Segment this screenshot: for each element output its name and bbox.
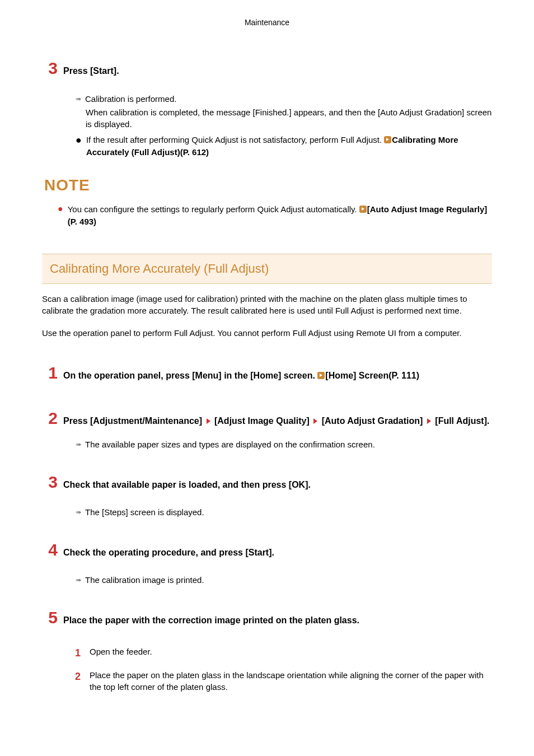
triangle-icon xyxy=(207,418,210,424)
step-number: 5 xyxy=(42,605,58,630)
seg-0: Press [Adjustment/Maintenance] xyxy=(63,416,202,426)
crossref-link[interactable]: [Home] Screen(P. 111) xyxy=(325,371,419,380)
substep-2: 2 Place the paper on the platen glass in… xyxy=(73,669,492,694)
seg-1: [Adjust Image Quality] xyxy=(214,416,310,426)
step-result: ➠ The available paper sizes and types ar… xyxy=(76,438,492,451)
seg-3: [Full Adjust]. xyxy=(435,416,489,426)
result-text: The available paper sizes and types are … xyxy=(85,438,375,451)
step-5: 5 Place the paper with the correction im… xyxy=(42,605,492,693)
section-para-2: Use the operation panel to perform Full … xyxy=(42,327,492,339)
seg-2: [Auto Adjust Gradation] xyxy=(322,416,423,426)
step-title: Press [Adjustment/Maintenance] [Adjust I… xyxy=(63,414,489,427)
result-arrow-icon: ➠ xyxy=(76,575,82,586)
substep-text: Open the feeder. xyxy=(90,646,152,658)
note-bullet: ● You can configure the settings to regu… xyxy=(58,203,492,228)
bullet-text: If the result after performing Quick Adj… xyxy=(86,135,384,144)
triangle-icon xyxy=(427,418,431,424)
note-title: NOTE xyxy=(44,174,492,197)
substep-number: 1 xyxy=(73,646,81,660)
step-title: Check that available paper is loaded, an… xyxy=(63,478,311,491)
crossref-icon xyxy=(317,372,325,379)
step-title: On the operation panel, press [Menu] in … xyxy=(63,369,419,382)
result-arrow-icon: ➠ xyxy=(76,94,82,105)
crossref-icon xyxy=(384,136,391,143)
substep-text: Place the paper on the platen glass in t… xyxy=(90,669,492,694)
note-text: You can configure the settings to regula… xyxy=(68,204,359,214)
result-arrow-icon: ➠ xyxy=(76,507,82,518)
step-result: ➠ The [Steps] screen is displayed. xyxy=(76,506,492,519)
step-3-press-start: 3 Press [Start]. ➠ Calibration is perfor… xyxy=(42,56,492,158)
step-4: 4 Check the operating procedure, and pre… xyxy=(42,538,492,586)
bullet-dot-icon: ● xyxy=(58,203,63,228)
note-content: You can configure the settings to regula… xyxy=(68,203,492,228)
step-3: 3 Check that available paper is loaded, … xyxy=(42,470,492,519)
substep-list: 1 Open the feeder. 2 Place the paper on … xyxy=(73,646,492,694)
substep-1: 1 Open the feeder. xyxy=(73,646,492,660)
step-number: 3 xyxy=(42,56,58,81)
section-heading-wrap: Calibrating More Accurately (Full Adjust… xyxy=(42,254,492,284)
step-2: 2 Press [Adjustment/Maintenance] [Adjust… xyxy=(42,406,492,450)
step-result: ➠ Calibration is performed. xyxy=(76,93,492,105)
result-text: The [Steps] screen is displayed. xyxy=(85,506,204,519)
section-heading: Calibrating More Accurately (Full Adjust… xyxy=(42,254,492,284)
crossref-icon xyxy=(359,206,367,213)
note-block: NOTE ● You can configure the settings to… xyxy=(42,174,492,228)
result-text: Calibration is performed. xyxy=(85,93,176,105)
step-1: 1 On the operation panel, press [Menu] i… xyxy=(42,361,492,385)
step-title: Check the operating procedure, and press… xyxy=(63,546,274,559)
step-title-text: On the operation panel, press [Menu] in … xyxy=(63,371,317,380)
triangle-icon xyxy=(313,418,317,424)
page-header: Maintenance xyxy=(42,17,492,28)
step-bullet: ● If the result after performing Quick A… xyxy=(76,134,492,158)
step-number: 2 xyxy=(42,406,58,431)
step-title: Press [Start]. xyxy=(63,64,119,77)
result-text: The calibration image is printed. xyxy=(85,574,204,586)
result-arrow-icon: ➠ xyxy=(76,440,82,450)
substep-number: 2 xyxy=(73,669,81,684)
section-para-1: Scan a calibration image (image used for… xyxy=(42,293,492,318)
step-result-line2: When calibration is completed, the messa… xyxy=(86,106,492,131)
step-number: 1 xyxy=(42,361,58,385)
bullet-content: If the result after performing Quick Adj… xyxy=(86,134,492,158)
step-result: ➠ The calibration image is printed. xyxy=(76,574,492,586)
step-number: 4 xyxy=(42,538,58,562)
step-number: 3 xyxy=(42,470,58,494)
bullet-dot-icon: ● xyxy=(76,135,82,145)
step-title: Place the paper with the correction imag… xyxy=(63,614,359,627)
